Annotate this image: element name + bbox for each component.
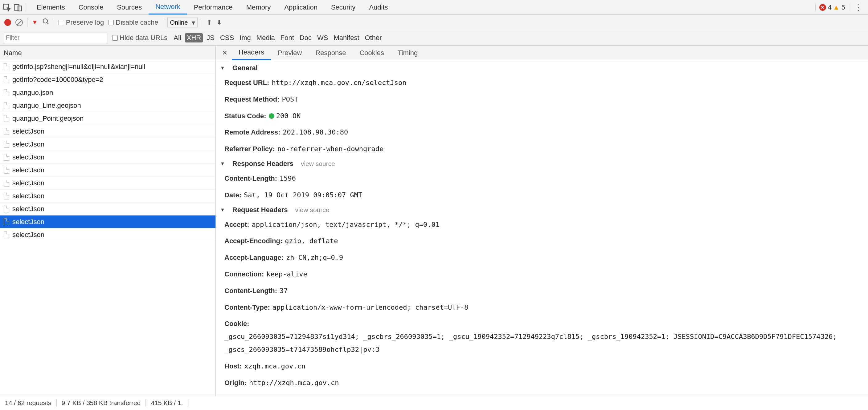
request-row[interactable]: selectJson xyxy=(0,228,215,241)
detail-tab-timing[interactable]: Timing xyxy=(391,45,425,60)
filter-type-doc[interactable]: Doc xyxy=(298,33,313,42)
header-value: gzip, deflate xyxy=(285,235,338,247)
filter-type-manifest[interactable]: Manifest xyxy=(332,33,361,42)
request-name: quanguo_Line.geojson xyxy=(12,102,81,110)
request-row[interactable]: selectJson xyxy=(0,151,215,164)
header-row: Origin:http://xzqh.mca.gov.cn xyxy=(216,375,868,391)
filter-type-all[interactable]: All xyxy=(172,33,183,42)
panel-tab-network[interactable]: Network xyxy=(149,0,187,14)
header-row: Host:xzqh.mca.gov.cn xyxy=(216,358,868,375)
clear-button[interactable] xyxy=(16,19,23,26)
header-key: Remote Address: xyxy=(224,126,280,139)
request-name: selectJson xyxy=(12,205,44,213)
request-row[interactable]: getInfo?code=100000&type=2 xyxy=(0,73,215,86)
request-list-header[interactable]: Name xyxy=(0,45,215,60)
header-value: 200 OK xyxy=(269,110,301,123)
header-row: Accept-Language:zh-CN,zh;q=0.9 xyxy=(216,249,868,266)
request-name: selectJson xyxy=(12,192,44,200)
panel-tab-performance[interactable]: Performance xyxy=(187,0,240,14)
console-badges[interactable]: ✕ 4 ▲ 5 xyxy=(815,3,849,11)
preserve-log-checkbox[interactable]: Preserve log xyxy=(59,19,104,27)
filter-type-css[interactable]: CSS xyxy=(218,33,236,42)
svg-line-4 xyxy=(47,23,49,24)
warning-badge-icon: ▲ xyxy=(833,3,840,11)
section-title: Request Headers xyxy=(232,206,288,214)
section-title: General xyxy=(232,64,258,72)
close-detail-icon[interactable]: ✕ xyxy=(218,45,232,60)
filter-type-media[interactable]: Media xyxy=(255,33,277,42)
file-icon xyxy=(4,167,9,174)
header-value: zh-CN,zh;q=0.9 xyxy=(286,251,343,264)
header-row: Referrer Policy:no-referrer-when-downgra… xyxy=(216,141,868,157)
request-row[interactable]: selectJson xyxy=(0,203,215,215)
header-value: application/x-www-form-urlencoded; chars… xyxy=(272,301,468,314)
filter-type-img[interactable]: Img xyxy=(238,33,253,42)
header-row: Accept-Encoding:gzip, deflate xyxy=(216,233,868,249)
detail-tab-preview[interactable]: Preview xyxy=(271,45,309,60)
header-key: Content-Type: xyxy=(224,301,270,314)
throttling-select[interactable]: Online xyxy=(167,18,197,27)
panel-tab-console[interactable]: Console xyxy=(72,0,110,14)
request-name: getInfo?code=100000&type=2 xyxy=(12,76,103,84)
header-row: Remote Address:202.108.98.30:80 xyxy=(216,124,868,141)
request-list[interactable]: getInfo.jsp?shengji=null&diji=null&xianj… xyxy=(0,60,215,397)
divider xyxy=(54,18,54,27)
detail-tab-headers[interactable]: Headers xyxy=(232,45,271,60)
export-har-icon[interactable]: ⬇ xyxy=(216,19,222,27)
header-row: Content-Length:1596 xyxy=(216,170,868,187)
header-row: Accept:application/json, text/javascript… xyxy=(216,216,868,233)
header-value: 1596 xyxy=(280,172,296,185)
panel-tab-audits[interactable]: Audits xyxy=(362,0,395,14)
panel-tab-sources[interactable]: Sources xyxy=(110,0,149,14)
more-menu-icon[interactable]: ⋯ xyxy=(854,0,864,14)
request-row[interactable]: quanguo_Point.geojson xyxy=(0,112,215,125)
header-value: xzqh.mca.gov.cn xyxy=(244,360,306,373)
network-toolbar: ▼ Preserve log Disable cache Online ⬆ ⬇ xyxy=(0,15,868,30)
header-key: Accept: xyxy=(224,218,249,231)
divider xyxy=(27,18,27,27)
filter-type-ws[interactable]: WS xyxy=(315,33,330,42)
request-row[interactable]: selectJson xyxy=(0,138,215,151)
panel-tab-application[interactable]: Application xyxy=(277,0,324,14)
request-name: getInfo.jsp?shengji=null&diji=null&xianj… xyxy=(12,63,145,71)
import-har-icon[interactable]: ⬆ xyxy=(207,19,212,27)
request-row[interactable]: selectJson xyxy=(0,164,215,177)
request-row[interactable]: selectJson xyxy=(0,215,215,228)
request-row[interactable]: quanguo_Line.geojson xyxy=(0,99,215,112)
filter-type-other[interactable]: Other xyxy=(363,33,384,42)
filter-type-font[interactable]: Font xyxy=(279,33,296,42)
request-detail-panel: ✕ HeadersPreviewResponseCookiesTiming ▼G… xyxy=(216,45,868,397)
detail-tab-cookies[interactable]: Cookies xyxy=(352,45,391,60)
detail-tab-response[interactable]: Response xyxy=(309,45,352,60)
hide-data-urls-checkbox[interactable]: Hide data URLs xyxy=(112,34,167,42)
request-row[interactable]: selectJson xyxy=(0,177,215,190)
device-toggle-icon[interactable] xyxy=(13,3,22,12)
status-requests: 14 / 62 requests xyxy=(0,399,57,407)
file-icon xyxy=(4,102,9,109)
panel-tab-security[interactable]: Security xyxy=(324,0,362,14)
svg-point-3 xyxy=(43,19,48,23)
view-source-link[interactable]: view source xyxy=(301,160,335,167)
search-icon[interactable] xyxy=(42,18,50,27)
request-row[interactable]: selectJson xyxy=(0,190,215,203)
section-header-general[interactable]: ▼General xyxy=(216,62,868,74)
record-button[interactable] xyxy=(4,19,11,26)
section-header-response-headers[interactable]: ▼Response Headersview source xyxy=(216,157,868,170)
disable-cache-checkbox[interactable]: Disable cache xyxy=(108,19,158,27)
filter-type-xhr[interactable]: XHR xyxy=(185,33,203,42)
panel-tab-memory[interactable]: Memory xyxy=(240,0,277,14)
request-row[interactable]: getInfo.jsp?shengji=null&diji=null&xianj… xyxy=(0,60,215,73)
status-transferred: 9.7 KB / 358 KB transferred xyxy=(57,399,146,407)
request-row[interactable]: selectJson xyxy=(0,125,215,138)
headers-panel[interactable]: ▼GeneralRequest URL:http://xzqh.mca.gov.… xyxy=(216,60,868,397)
filter-input[interactable] xyxy=(3,33,108,43)
header-key: Request Method: xyxy=(224,93,279,106)
panel-tab-elements[interactable]: Elements xyxy=(30,0,72,14)
filter-toggle-icon[interactable]: ▼ xyxy=(32,19,38,26)
filter-type-js[interactable]: JS xyxy=(205,33,216,42)
section-header-request-headers[interactable]: ▼Request Headersview source xyxy=(216,203,868,216)
detail-tabs: ✕ HeadersPreviewResponseCookiesTiming xyxy=(216,45,868,60)
inspect-element-icon[interactable] xyxy=(2,3,11,12)
view-source-link[interactable]: view source xyxy=(295,206,330,214)
request-row[interactable]: quanguo.json xyxy=(0,86,215,99)
